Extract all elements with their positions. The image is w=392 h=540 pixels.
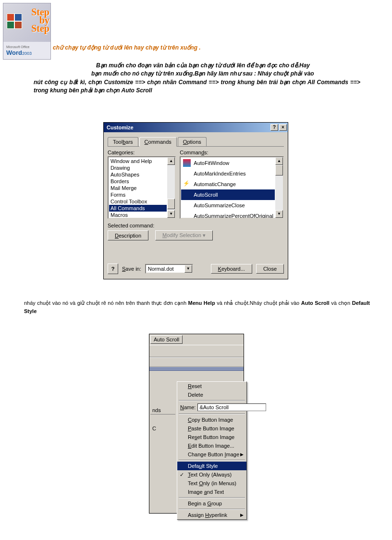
selected-command-label: Selected command:	[108, 223, 284, 228]
toolbar-row	[149, 357, 244, 367]
scroll-thumb[interactable]	[275, 165, 283, 176]
menu-paste-image[interactable]: Paste Button Image	[177, 424, 246, 433]
scroll-down-icon[interactable]: ▼	[167, 210, 175, 218]
context-menu-screenshot: Auto Scroll nds C Reset Delete Name: Cop…	[149, 334, 244, 514]
empty-icon	[183, 191, 191, 199]
list-item[interactable]: AutoSummarizePercentOfOriginal	[181, 211, 275, 219]
categories-label: Categories:	[108, 150, 176, 155]
list-item[interactable]: Macros	[109, 212, 167, 218]
name-input[interactable]	[197, 403, 266, 411]
inner-left-fragment: nds C	[150, 406, 175, 432]
save-in-value: Normal.dot	[146, 266, 184, 272]
section-heading: chữ chạy tự động từ dưới lên hay chạy từ…	[53, 44, 201, 51]
menu-name-row: Name:	[177, 402, 246, 413]
name-label: Name:	[180, 404, 196, 410]
tab-options[interactable]: Options	[178, 137, 207, 146]
modify-selection-button: Modify Selection ▾	[155, 230, 213, 240]
menu-default-style[interactable]: Default Style	[177, 462, 246, 470]
dialog-body: Toolbars Commands Options Categories: Wi…	[104, 132, 288, 279]
scrollbar[interactable]: ▲ ▼	[275, 157, 283, 218]
submenu-arrow-icon: ▶	[240, 513, 244, 517]
list-item[interactable]: AutoFitWindow	[181, 158, 275, 168]
autofit-icon	[183, 159, 191, 167]
context-menu: Reset Delete Name: Copy Button Image Pas…	[177, 381, 247, 520]
lightning-icon: ⚡	[183, 180, 191, 188]
list-item[interactable]: AutoShapes	[109, 171, 167, 178]
chevron-down-icon[interactable]: ▼	[184, 265, 192, 273]
empty-icon	[183, 170, 191, 177]
book-cover: Step by Step Microsoft Office Word2003	[3, 3, 51, 60]
menu-copy-image[interactable]: Copy Button Image	[177, 415, 246, 424]
nds-fragment: nds	[150, 406, 175, 414]
list-item[interactable]: Mail Merge	[109, 185, 167, 191]
list-item-selected[interactable]: AutoScroll	[181, 189, 275, 200]
list-item[interactable]: Fonts	[109, 218, 167, 219]
menu-separator	[179, 497, 245, 498]
menu-separator	[179, 414, 245, 414]
empty-icon	[183, 212, 191, 219]
menu-separator	[179, 460, 245, 461]
submenu-arrow-icon: ▶	[240, 452, 244, 457]
menu-reset-image[interactable]: Reset Button Image	[177, 433, 246, 441]
close-button[interactable]: Close	[256, 264, 284, 274]
menu-text-only-menus[interactable]: Text Only (in Menus)	[177, 479, 246, 488]
menu-delete[interactable]: Delete	[177, 390, 246, 399]
empty-icon	[183, 201, 191, 209]
tab-row: Toolbars Commands Options	[108, 135, 284, 147]
c-fragment: C	[150, 425, 175, 432]
keyboard-button[interactable]: Keyboard...	[211, 264, 252, 274]
commands-listbox[interactable]: AutoFitWindow AutoMarkIndexEntries ⚡Auto…	[180, 156, 284, 219]
menu-image-and-text[interactable]: Image and Text	[177, 488, 246, 496]
paragraph-2: nháy chuột vào nó và giữ chuột rê nó nên…	[24, 299, 370, 315]
scroll-down-icon[interactable]: ▼	[275, 210, 283, 218]
menu-reset[interactable]: Reset	[177, 382, 246, 390]
save-in-label: Save in:	[122, 266, 141, 272]
menu-separator	[179, 509, 245, 510]
list-item[interactable]: AutoSummarizeClose	[181, 200, 275, 211]
scroll-up-icon[interactable]: ▲	[275, 157, 283, 165]
save-in-dropdown[interactable]: Normal.dot ▼	[145, 264, 193, 274]
menu-text-only-always[interactable]: ✓Text Only (Always)	[177, 470, 246, 479]
tab-commands[interactable]: Commands	[139, 137, 177, 147]
office-logo	[6, 13, 23, 29]
commands-label: Commands:	[180, 150, 284, 155]
menu-edit-image[interactable]: Edit Button Image...	[177, 441, 246, 450]
customize-dialog: Customize ? × Toolbars Commands Options …	[103, 122, 288, 279]
list-item[interactable]: ⚡AutomaticChange	[181, 179, 275, 189]
check-icon: ✓	[180, 472, 184, 478]
dialog-titlebar: Customize ? ×	[104, 123, 288, 132]
description-button[interactable]: Description	[108, 230, 148, 240]
titlebar-strip	[149, 367, 244, 371]
intro-paragraph: Bạn muốn cho đoạn văn bản của bạn chạy t…	[34, 62, 360, 95]
word-2003-label: Microsoft Office Word2003	[6, 44, 32, 56]
scroll-thumb[interactable]	[167, 199, 175, 209]
list-item[interactable]: Window and Help	[109, 158, 167, 164]
menu-begin-group[interactable]: Begin a Group	[177, 499, 246, 508]
step-by-step-label: Step by Step	[31, 8, 49, 33]
scroll-up-icon[interactable]: ▲	[167, 157, 175, 165]
categories-listbox[interactable]: Window and Help Drawing AutoShapes Borde…	[108, 156, 176, 219]
list-item[interactable]: AutoMarkIndexEntries	[181, 168, 275, 179]
scrollbar[interactable]: ▲ ▼	[167, 157, 175, 218]
list-item[interactable]: Borders	[109, 178, 167, 185]
auto-scroll-button[interactable]: Auto Scroll	[150, 335, 183, 344]
menu-assign-hyperlink[interactable]: Assign Hyperlink▶	[177, 511, 246, 519]
list-item[interactable]: Drawing	[109, 164, 167, 171]
menu-change-image[interactable]: Change Button Image▶	[177, 450, 246, 459]
toolbar-row	[149, 345, 244, 357]
help-button[interactable]: ?	[108, 264, 118, 274]
list-item[interactable]: Control Toolbox	[109, 198, 167, 205]
list-item-selected[interactable]: All Commands	[109, 205, 167, 212]
list-item[interactable]: Forms	[109, 191, 167, 198]
dialog-title: Customize	[107, 125, 134, 130]
menu-separator	[179, 400, 245, 401]
tab-toolbars[interactable]: Toolbars	[108, 137, 138, 146]
help-icon[interactable]: ?	[270, 124, 278, 131]
close-icon[interactable]: ×	[279, 124, 287, 131]
